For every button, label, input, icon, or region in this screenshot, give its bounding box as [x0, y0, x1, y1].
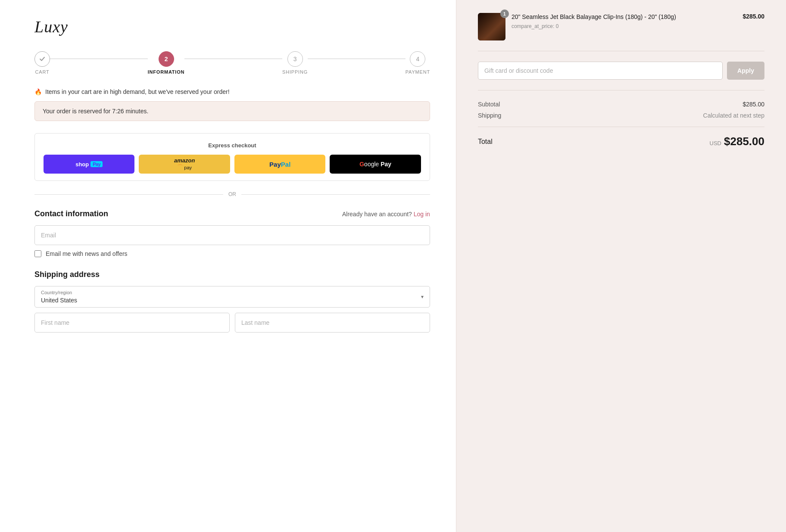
product-sub: compare_at_price: 0 [512, 23, 736, 29]
country-select-wrapper: Country/region United States ▾ [34, 286, 430, 308]
left-panel: Luxy CART 2 INFORMATION 3 SHIPPING [0, 0, 456, 532]
product-info: 20" Seamless Jet Black Balayage Clip-Ins… [512, 13, 736, 29]
shipping-row: Shipping Calculated at next step [478, 112, 764, 119]
amazon-pay-icon: amazon ⌒ pay [174, 157, 195, 171]
step-shipping: 3 SHIPPING [282, 51, 308, 75]
checkmark-icon [39, 56, 46, 62]
subtotal-value: $285.00 [742, 101, 764, 108]
discount-row: Apply [478, 62, 764, 90]
first-name-field[interactable] [34, 313, 230, 333]
or-divider: OR [34, 191, 430, 197]
step-label-shipping: SHIPPING [282, 69, 308, 75]
contact-section-header: Contact information Already have an acco… [34, 209, 430, 218]
or-line-left [34, 194, 223, 195]
country-value: United States [41, 290, 424, 304]
step-payment: 4 PAYMENT [405, 51, 430, 75]
demand-notice: 🔥 Items in your cart are in high demand,… [34, 88, 430, 95]
checkout-stepper: CART 2 INFORMATION 3 SHIPPING 4 PAYMENT [34, 51, 430, 75]
express-checkout-title: Express checkout [44, 142, 421, 149]
subtotal-label: Subtotal [478, 101, 500, 108]
product-image [478, 13, 505, 40]
shoppay-button[interactable]: shop Pay [44, 155, 134, 174]
shipping-label: Shipping [478, 112, 502, 119]
gpay-button[interactable]: Google Pay [330, 155, 421, 174]
step-label-cart: CART [35, 69, 50, 75]
order-summary: Subtotal $285.00 Shipping Calculated at … [478, 101, 764, 148]
reserved-text: Your order is reserved for 7:26 minutes. [43, 108, 148, 115]
country-select-display[interactable]: Country/region United States ▾ [34, 286, 430, 308]
gpay-icon: Google Pay [359, 161, 391, 168]
product-price: $285.00 [742, 13, 764, 20]
product-row: 1 20" Seamless Jet Black Balayage Clip-I… [478, 13, 764, 51]
step-circle-payment: 4 [410, 51, 425, 67]
product-image-wrapper: 1 [478, 13, 505, 40]
account-text: Already have an account? Log in [342, 211, 430, 218]
shipping-section: Shipping address Country/region United S… [34, 270, 430, 338]
express-checkout-section: Express checkout shop Pay amazon ⌒ pay [34, 133, 430, 181]
or-line-right [241, 194, 430, 195]
paypal-button[interactable]: PayPal [234, 155, 325, 174]
step-label-information: INFORMATION [148, 69, 185, 75]
step-circle-shipping: 3 [287, 51, 303, 67]
newsletter-checkbox-row: Email me with news and offers [34, 250, 430, 257]
shipping-section-title: Shipping address [34, 270, 430, 279]
fire-icon: 🔥 [34, 88, 42, 95]
step-cart: CART [34, 51, 50, 75]
total-value-wrapper: USD $285.00 [710, 135, 764, 148]
email-field[interactable] [34, 225, 430, 245]
demand-notice-text: Items in your cart are in high demand, b… [45, 88, 230, 95]
newsletter-checkbox[interactable] [34, 250, 41, 257]
newsletter-label: Email me with news and offers [46, 250, 128, 257]
step-connector-3 [308, 59, 405, 59]
last-name-field[interactable] [235, 313, 430, 333]
product-name: 20" Seamless Jet Black Balayage Clip-Ins… [512, 13, 736, 22]
total-row: Total USD $285.00 [478, 127, 764, 148]
product-quantity-badge: 1 [500, 9, 509, 18]
contact-section-title: Contact information [34, 209, 108, 218]
total-value: $285.00 [724, 135, 764, 148]
shipping-value: Calculated at next step [703, 112, 764, 119]
total-label: Total [478, 138, 493, 146]
name-row [34, 313, 430, 338]
apply-button[interactable]: Apply [727, 62, 764, 80]
subtotal-row: Subtotal $285.00 [478, 101, 764, 108]
brand-logo: Luxy [34, 17, 430, 36]
product-image-inner [478, 13, 505, 40]
step-connector-1 [50, 59, 148, 59]
express-checkout-buttons: shop Pay amazon ⌒ pay [44, 155, 421, 174]
paypal-icon: PayPal [269, 161, 290, 168]
step-connector-2 [184, 59, 282, 59]
total-currency: USD [710, 140, 721, 146]
step-circle-information: 2 [159, 51, 174, 67]
step-information: 2 INFORMATION [148, 51, 185, 75]
login-link[interactable]: Log in [414, 211, 430, 218]
contact-section: Contact information Already have an acco… [34, 209, 430, 257]
right-panel: 1 20" Seamless Jet Black Balayage Clip-I… [456, 0, 786, 532]
amazon-pay-button[interactable]: amazon ⌒ pay [139, 155, 230, 174]
reserved-box: Your order is reserved for 7:26 minutes. [34, 101, 430, 121]
discount-input[interactable] [478, 62, 723, 80]
shoppay-icon: shop Pay [75, 161, 103, 168]
or-text: OR [228, 191, 236, 197]
step-circle-cart [34, 51, 50, 67]
step-label-payment: PAYMENT [405, 69, 430, 75]
